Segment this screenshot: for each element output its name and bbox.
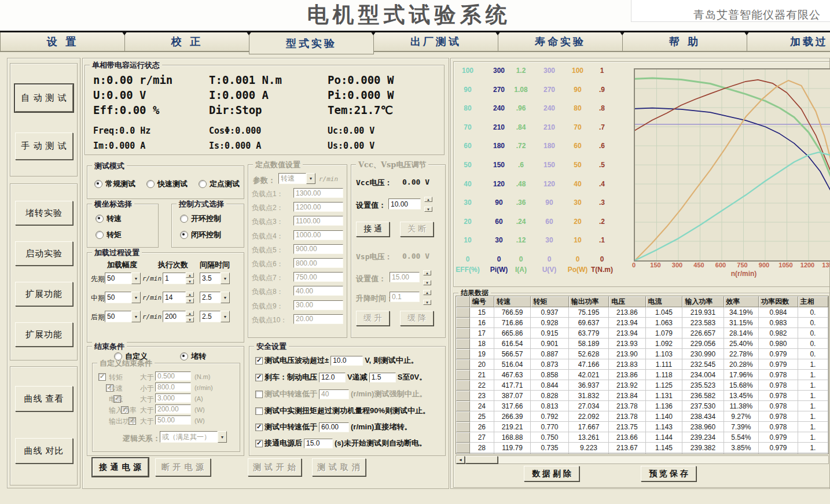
radio-icon[interactable] [114,352,122,360]
load-count-spinner[interactable]: ▲▼ [186,273,194,284]
row-selector[interactable] [456,359,470,370]
radio-option-堵转[interactable]: 堵转 [180,351,206,362]
table-scrollbar[interactable]: ◄ [456,455,829,464]
slow-up-button: 缓 升 [356,311,390,326]
scrollbar-thumb[interactable] [465,456,498,463]
startup-test-button[interactable]: 启动实验 [15,241,73,266]
curve-compare-button[interactable]: 曲线 对比 [15,438,73,463]
row-selector[interactable] [456,432,470,443]
radio-option-常规测试[interactable]: 常规测试 [94,179,135,189]
radio-icon[interactable] [96,231,104,239]
row-selector[interactable] [456,380,470,391]
spin-down-icon[interactable]: ▼ [186,298,194,303]
radio-icon[interactable] [180,231,188,239]
spin-down-icon[interactable]: ▼ [186,317,194,322]
curve-view-button[interactable]: 曲线 查看 [15,386,73,411]
load-amplitude-select-arrow-icon[interactable]: ▼ [131,292,141,303]
preview-save-button[interactable]: 预 览 保 存 [641,466,696,481]
scrollbar-left-arrow-icon[interactable]: ◄ [456,456,465,463]
load-amplitude-select-arrow-icon[interactable]: ▼ [131,273,141,284]
radio-option-快速测试[interactable]: 快速测试 [146,179,188,189]
safety-checkbox[interactable] [255,440,263,447]
load-count-spinner[interactable]: ▲▼ [186,311,194,322]
tab-4[interactable]: 出厂测试 [373,32,498,51]
safety-checkbox[interactable] [255,424,263,431]
spin-down-icon[interactable]: ▼ [186,279,194,284]
row-selector[interactable] [456,339,470,349]
spin-up-icon[interactable]: ▲ [424,197,432,202]
data-delete-button[interactable]: 数 据 剔 除 [524,466,579,481]
status-value: Us:0.00 V [328,141,374,151]
row-selector[interactable] [456,307,470,318]
load-count-input[interactable]: 14 [163,292,186,303]
tab-6[interactable]: 帮 助 [622,32,747,51]
vcc-on-button[interactable]: 接 通 [356,222,390,237]
radio-option-转速[interactable]: 转速 [96,214,122,224]
cell: 1. [798,380,828,391]
safety-checkbox[interactable] [255,357,263,365]
safety-value-input[interactable]: 15.0 [304,439,333,448]
safety-checkbox[interactable] [255,407,263,415]
radio-option-自定义[interactable]: 自定义 [114,351,148,362]
spin-up-icon[interactable]: ▲ [186,273,194,278]
row-selector[interactable] [456,411,470,422]
tab-5[interactable]: 寿命实验 [498,32,623,51]
row-selector[interactable] [456,401,470,411]
load-interval-select[interactable]: 3.5▼ [200,273,230,284]
load-count-input[interactable]: 200 [163,311,186,322]
vcc-set-input[interactable]: 10.00 [388,198,421,209]
auto-test-button[interactable]: 自 动 测 试 [15,84,73,112]
safety-value-input[interactable]: 60.00 [319,422,349,432]
radio-icon[interactable] [180,215,188,223]
radio-icon[interactable] [146,180,155,188]
radio-option-闭环控制[interactable]: 闭环控制 [180,230,221,240]
tab-7[interactable]: 加载过 [747,32,830,51]
vcc-set-spinner[interactable]: ▲ ▼ [424,197,432,212]
extended-function-button-2[interactable]: 扩展功能 [15,322,73,347]
radio-icon[interactable] [180,352,188,360]
tab-3[interactable]: 型式实验 [249,32,374,54]
tab-separator-notch [246,31,252,35]
load-interval-select-arrow-icon[interactable]: ▼ [221,311,230,322]
safety-value-input[interactable]: 12.0 [319,373,346,382]
radio-icon[interactable] [199,180,207,188]
row-selector[interactable] [456,328,470,339]
manual-test-button[interactable]: 手 动 测 试 [15,133,73,160]
load-interval-select-arrow-icon[interactable]: ▼ [221,273,230,284]
load-amplitude-select[interactable]: 50▼ [105,292,141,303]
locked-rotor-test-button[interactable]: 堵转实验 [15,201,73,225]
column-header-转速: 转速 [494,296,531,307]
radio-icon[interactable] [96,215,104,223]
radio-icon[interactable] [94,180,102,188]
safety-value-input[interactable]: 1.5 [369,373,396,382]
radio-option-定点测试[interactable]: 定点测试 [199,179,240,189]
row-selector-marker-icon[interactable]: ► [456,453,470,454]
tab-1[interactable]: 设 置 [0,32,125,51]
radio-option-转矩[interactable]: 转矩 [96,230,122,240]
row-selector[interactable] [456,318,470,328]
load-interval-select[interactable]: 2.5▼ [200,292,230,303]
test-start-button: 测 试 开 始 [248,458,302,476]
load-interval-select[interactable]: 2.5▼ [200,311,230,322]
safety-checkbox[interactable] [255,374,263,381]
row-selector[interactable] [456,422,470,432]
row-selector[interactable] [456,370,470,380]
load-amplitude-select-arrow-icon[interactable]: ▼ [131,311,141,322]
load-count-input[interactable]: 1 [163,273,186,284]
load-interval-select-arrow-icon[interactable]: ▼ [221,292,230,303]
spin-up-icon[interactable]: ▲ [186,292,194,297]
spin-up-icon[interactable]: ▲ [186,311,194,316]
load-count-spinner[interactable]: ▲▼ [186,292,194,303]
row-selector[interactable] [456,391,470,401]
safety-value-input[interactable]: 10.0 [330,356,363,366]
load-amplitude-select[interactable]: 50▼ [105,273,141,284]
tab-2[interactable]: 校 正 [124,32,249,51]
row-selector[interactable] [456,349,470,359]
row-selector[interactable] [456,443,470,453]
connect-power-button[interactable]: 接 通 电 源 [93,458,148,476]
extended-function-button[interactable]: 扩展功能 [15,282,73,306]
radio-option-开环控制[interactable]: 开环控制 [180,214,221,224]
spin-down-icon[interactable]: ▼ [424,207,432,212]
results-table[interactable]: 编号转速转矩输出功率电压电流输入功率效率功率因数主相15766.590.9377… [456,296,829,454]
load-amplitude-select[interactable]: 50▼ [105,311,141,322]
